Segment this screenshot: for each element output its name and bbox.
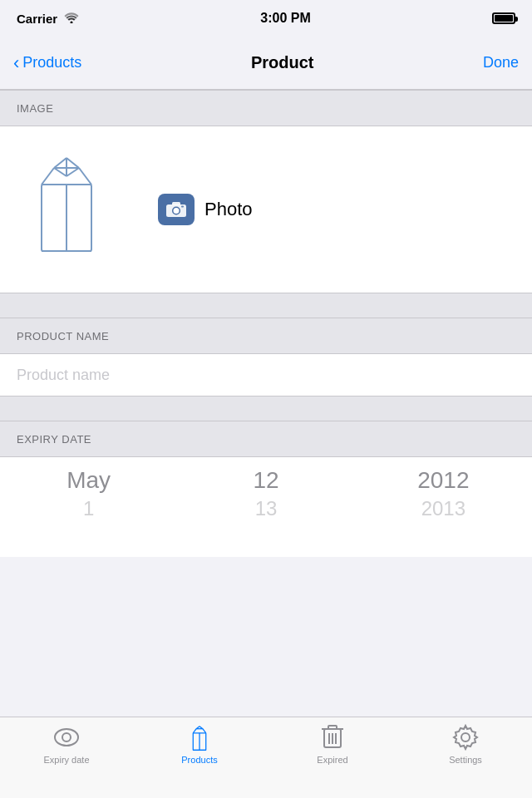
month-current: May (66, 466, 111, 495)
battery-icon (492, 12, 515, 24)
svg-point-17 (55, 729, 78, 746)
milk-icon (186, 724, 213, 751)
eye-icon (53, 724, 80, 751)
done-button[interactable]: Done (483, 54, 519, 71)
svg-line-6 (66, 168, 79, 176)
tab-bar: Expiry date Products (0, 717, 532, 798)
svg-rect-16 (181, 206, 184, 208)
date-picker-row: May 1 12 13 2012 2013 (0, 457, 532, 557)
back-label: Products (22, 54, 81, 71)
product-name-input-area[interactable] (0, 354, 532, 396)
tab-settings[interactable]: Settings (399, 724, 532, 765)
carrier-label: Carrier (17, 12, 57, 26)
svg-line-8 (54, 158, 66, 168)
camera-icon (158, 194, 195, 225)
tab-settings-label: Settings (449, 755, 482, 765)
year-next: 2013 (421, 495, 466, 521)
svg-line-9 (66, 158, 79, 168)
back-button[interactable]: ‹ Products (13, 52, 81, 74)
tab-products-label: Products (181, 755, 217, 765)
month-column[interactable]: May 1 (0, 457, 177, 522)
svg-line-20 (193, 729, 196, 733)
wifi-icon (64, 12, 79, 26)
expiry-date-header-text: EXPIRY DATE (17, 433, 91, 446)
tab-expired-label: Expired (317, 755, 347, 765)
year-column[interactable]: 2012 2013 (355, 457, 532, 522)
day-column[interactable]: 12 13 (177, 457, 354, 522)
photo-label: Photo (204, 199, 253, 220)
svg-line-3 (79, 168, 91, 185)
status-bar: Carrier 3:00 PM (0, 0, 532, 37)
image-section-header: IMAGE (0, 90, 532, 126)
svg-point-0 (71, 21, 73, 23)
date-picker[interactable]: May 1 12 13 2012 2013 (0, 457, 532, 557)
expiry-date-section-header: EXPIRY DATE (0, 421, 532, 457)
status-left: Carrier (17, 12, 79, 26)
back-chevron-icon: ‹ (13, 52, 19, 74)
image-header-text: IMAGE (17, 102, 53, 115)
status-time: 3:00 PM (260, 11, 310, 26)
gear-icon (452, 724, 479, 751)
day-current: 12 (253, 466, 278, 495)
svg-line-5 (54, 168, 66, 176)
tab-expiry-label: Expiry date (43, 755, 89, 765)
svg-point-18 (62, 733, 71, 741)
spacer-2 (0, 396, 532, 421)
day-next: 13 (255, 495, 278, 521)
image-section: Photo (0, 126, 532, 293)
product-name-header-text: PRODUCT NAME (17, 330, 109, 342)
photo-button[interactable]: Photo (158, 194, 253, 225)
nav-bar: ‹ Products Product Done (0, 37, 532, 90)
svg-line-2 (42, 168, 54, 185)
trash-icon (319, 724, 346, 751)
svg-point-33 (461, 733, 470, 741)
svg-rect-15 (172, 202, 180, 205)
product-name-section-header: PRODUCT NAME (0, 318, 532, 354)
product-name-input[interactable] (0, 354, 532, 396)
svg-line-21 (203, 729, 206, 733)
page-title: Product (251, 53, 314, 72)
tab-expired[interactable]: Expired (266, 724, 399, 765)
tab-products[interactable]: Products (133, 724, 266, 765)
status-right (492, 12, 515, 24)
spacer-1 (0, 293, 532, 318)
svg-rect-29 (328, 726, 337, 729)
year-current: 2012 (417, 466, 469, 495)
product-image (25, 143, 125, 276)
tab-expiry-date[interactable]: Expiry date (0, 724, 133, 765)
svg-point-14 (174, 208, 180, 214)
month-next: 1 (83, 495, 94, 521)
